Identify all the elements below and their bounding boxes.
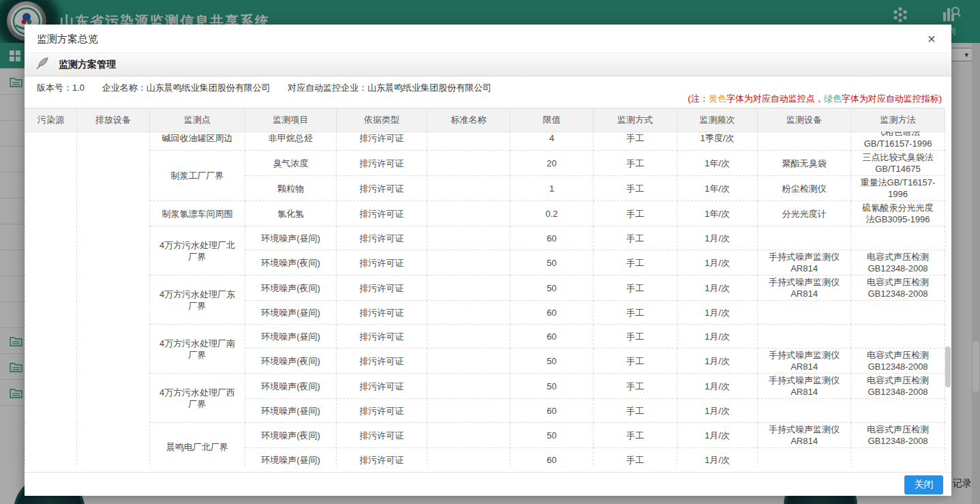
table-cell (427, 374, 510, 399)
table-cell: 4 (510, 132, 594, 151)
table-cell: 硫氰酸汞分光光度 法GB3095-1996 (851, 201, 945, 226)
table-row: 4万方污水处理厂东 厂界环境噪声(夜间)排污许可证50手工1月/次手持式噪声监测… (25, 276, 945, 301)
auto-company-value: 山东晨鸣纸业集团股份有限公司 (367, 83, 491, 93)
table-cell: 1月/次 (677, 325, 758, 349)
table-header-row: 污染源排放设备监测点监测项目依据类型标准名称限值监测方式监测频次监测设备监测方法 (25, 108, 945, 132)
table-cell: 排污许可证 (337, 349, 427, 374)
table-cell: 手持式噪声监测仪 AR814 (758, 374, 851, 399)
table-cell: 手工 (594, 151, 677, 176)
table-cell: 环境噪声(夜间) (245, 349, 337, 374)
table-cell (758, 301, 851, 325)
table-cell (427, 226, 510, 250)
table-cell: 排污许可证 (337, 226, 427, 250)
table-cell: 1年/次 (677, 201, 758, 226)
quill-pen-icon (35, 57, 49, 73)
table-cell (851, 448, 945, 468)
table-cell (427, 132, 510, 151)
table-scroll-viewport[interactable]: 碱回收油罐区周边非甲烷总烃排污许可证4手工1季度/次气相色谱法 GB/T1615… (25, 132, 951, 467)
color-legend-note: (注：黄色字体为对应自动监控点，绿色字体为对应自动监控指标) (688, 93, 942, 105)
table-cell: 制浆氯漂车间周围 (150, 201, 245, 226)
table-cell: 1月/次 (677, 399, 758, 423)
column-header: 监测设备 (758, 108, 851, 132)
table-cell: 氯化氢 (245, 201, 337, 226)
table-cell (427, 250, 510, 276)
column-header: 监测方法 (851, 108, 945, 132)
table-cell: 环境噪声(夜间) (245, 276, 337, 301)
table-cell: 电容式声压检测 GB12348-2008 (851, 423, 945, 448)
table-cell: 碱回收油罐区周边 (150, 132, 245, 151)
close-button[interactable]: 关闭 (904, 475, 943, 494)
table-row: 晨鸣电厂北厂界环境噪声(夜间)排污许可证50手工1月/次手持式噪声监测仪 AR8… (25, 423, 945, 448)
table-cell: 非甲烷总烃 (245, 132, 337, 151)
table-cell: 1年/次 (677, 151, 758, 176)
company-value: 山东晨鸣纸业集团股份有限公司 (147, 83, 271, 93)
section-title: 监测方案管理 (59, 59, 116, 71)
table-cell: 手持式噪声监测仪 AR814 (758, 423, 851, 448)
table-cell: 1月/次 (677, 226, 758, 250)
table-cell: 臭气浓度 (245, 151, 337, 176)
table-cell: 排污许可证 (337, 250, 427, 276)
note-green-text: 绿色 (824, 93, 842, 104)
auto-company-label: 对应自动监控企业： (288, 83, 367, 93)
table-cell (427, 325, 510, 349)
close-icon[interactable]: × (923, 30, 940, 48)
table-cell: 手持式噪声监测仪 AR814 (758, 349, 851, 374)
table-cell: 0.2 (510, 201, 594, 226)
table-cell: 排污许可证 (337, 132, 427, 151)
table-cell: 手工 (594, 399, 677, 423)
table-row: 制浆氯漂车间周围氯化氢排污许可证0.2手工1年/次分光光度计硫氰酸汞分光光度 法… (25, 201, 945, 226)
table-cell: 排污许可证 (337, 176, 427, 201)
table-cell: 50 (510, 276, 594, 301)
table-cell (758, 132, 851, 151)
table-cell (427, 276, 510, 301)
table-cell: 气相色谱法 GB/T16157-1996 (851, 132, 945, 151)
column-header: 监测频次 (677, 108, 758, 132)
table-cell: 手工 (594, 374, 677, 399)
table-cell (427, 349, 510, 374)
table-cell: 手工 (594, 250, 677, 276)
table-cell: 排污许可证 (337, 151, 427, 176)
table-cell: 环境噪声(夜间) (245, 374, 337, 399)
table-cell (758, 399, 851, 423)
table-cell: 排污许可证 (337, 201, 427, 226)
version-label: 版本号： (37, 83, 72, 93)
modal-footer: 关闭 (25, 472, 951, 496)
table-cell (427, 399, 510, 423)
column-header: 依据类型 (337, 108, 427, 132)
table-cell: 排污许可证 (337, 374, 427, 399)
table-cell (851, 226, 945, 250)
column-header: 排放设备 (77, 108, 150, 132)
table-cell: 手工 (594, 176, 677, 201)
table-cell: 排污许可证 (337, 423, 427, 448)
table-cell: 1月/次 (677, 250, 758, 276)
table-cell (427, 151, 510, 176)
table-cell: 排污许可证 (337, 448, 427, 468)
table-cell (758, 448, 851, 468)
column-header: 监测方式 (594, 108, 677, 132)
table-cell (77, 132, 150, 467)
table-row: 4万方污水处理厂南 厂界环境噪声(昼间)排污许可证60手工1月/次 (25, 325, 945, 349)
table-scrollbar-thumb[interactable] (945, 346, 951, 387)
table-cell: 排污许可证 (337, 276, 427, 301)
table-cell: 1季度/次 (677, 132, 758, 151)
table-cell (427, 176, 510, 201)
table-cell: 1月/次 (677, 448, 758, 468)
table-cell: 手工 (594, 325, 677, 349)
table-cell (758, 325, 851, 349)
table-cell: 50 (510, 423, 594, 448)
column-header: 污染源 (25, 108, 77, 132)
table-cell: 1月/次 (677, 276, 758, 301)
table-cell: 环境噪声(昼间) (245, 325, 337, 349)
table-cell (427, 423, 510, 448)
table-cell (851, 301, 945, 325)
table-row: 4万方污水处理厂西 厂界环境噪声(夜间)排污许可证50手工1月/次手持式噪声监测… (25, 374, 945, 399)
table-row: 制浆工厂厂界臭气浓度排污许可证20手工1年/次聚酯无臭袋三点比较式臭袋法 GB/… (25, 151, 945, 176)
table-cell: 手工 (594, 226, 677, 250)
table-cell: 50 (510, 250, 594, 276)
table-cell: 电容式声压检测 GB12348-2008 (851, 349, 945, 374)
plan-info-row: 版本号：1.0 企业名称：山东晨鸣纸业集团股份有限公司 对应自动监控企业：山东晨… (37, 82, 506, 94)
table-cell: 晨鸣电厂北厂界 (150, 423, 245, 468)
table-cell: 4万方污水处理厂北 厂界 (150, 226, 245, 276)
table-cell: 环境噪声(昼间) (245, 301, 337, 325)
table-cell: 手工 (594, 276, 677, 301)
